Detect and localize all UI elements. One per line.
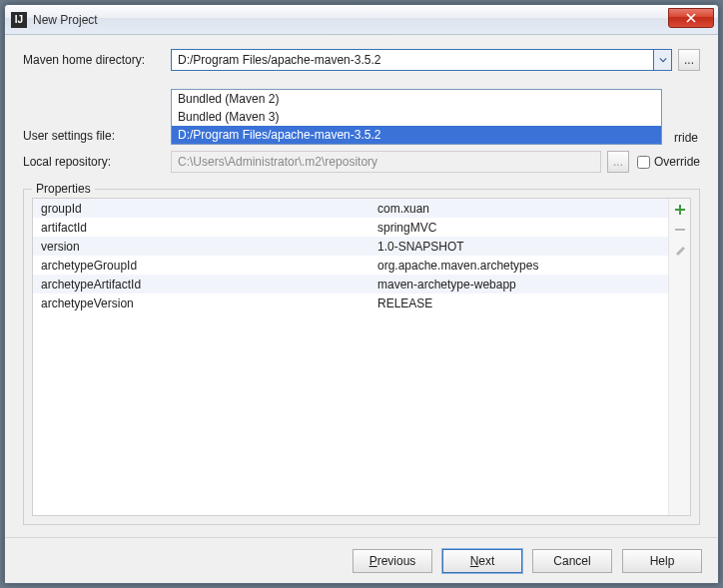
table-row[interactable]: archetypeVersionRELEASE	[33, 294, 668, 312]
table-row[interactable]: archetypeGroupIdorg.apache.maven.archety…	[33, 256, 668, 275]
maven-home-label: Maven home directory:	[23, 53, 171, 67]
cancel-button[interactable]: Cancel	[532, 549, 612, 573]
window-title: New Project	[33, 13, 98, 27]
maven-home-browse-button[interactable]: ...	[678, 49, 700, 71]
override-checkbox-input[interactable]	[637, 156, 650, 169]
override-label: Override	[654, 155, 700, 169]
table-row[interactable]: version1.0-SNAPSHOT	[33, 237, 668, 256]
local-repo-browse-button[interactable]: ...	[607, 151, 629, 173]
maven-home-row: Maven home directory: D:/Program Files/a…	[23, 49, 700, 71]
dropdown-item[interactable]: D:/Program Files/apache-maven-3.5.2	[172, 126, 661, 144]
local-repo-label: Local repository:	[23, 155, 171, 169]
local-repo-row: Local repository: C:\Users\Administrator…	[23, 151, 700, 173]
close-button[interactable]	[668, 8, 714, 28]
table-row[interactable]: groupIdcom.xuan	[33, 199, 668, 218]
properties-group-label: Properties	[32, 182, 95, 196]
override-label-partial: rride	[674, 131, 698, 145]
titlebar[interactable]: IJ New Project	[5, 5, 718, 35]
chevron-down-icon[interactable]	[653, 50, 671, 70]
next-button[interactable]: Next	[442, 549, 522, 573]
local-repo-input: C:\Users\Administrator\.m2\repository	[171, 151, 601, 173]
properties-table-container: groupIdcom.xuan artifactIdspringMVC vers…	[32, 198, 691, 516]
app-icon: IJ	[11, 12, 27, 28]
properties-toolbar	[668, 199, 690, 515]
user-settings-label: User settings file:	[23, 129, 171, 143]
new-project-dialog: IJ New Project Maven home directory: D:/…	[4, 4, 719, 584]
previous-button[interactable]: Previous	[353, 549, 432, 573]
local-repo-override-checkbox[interactable]: Override	[637, 155, 700, 169]
maven-home-combobox[interactable]: D:/Program Files/apache-maven-3.5.2	[171, 49, 672, 71]
footer: Previous Next Cancel Help	[5, 537, 718, 583]
properties-table[interactable]: groupIdcom.xuan artifactIdspringMVC vers…	[33, 199, 668, 515]
dropdown-item[interactable]: Bundled (Maven 2)	[172, 90, 661, 108]
maven-home-dropdown[interactable]: Bundled (Maven 2) Bundled (Maven 3) D:/P…	[171, 89, 662, 145]
add-icon[interactable]	[673, 203, 687, 217]
remove-icon[interactable]	[673, 223, 687, 237]
help-button[interactable]: Help	[622, 549, 702, 573]
table-row[interactable]: artifactIdspringMVC	[33, 218, 668, 237]
properties-group: Properties groupIdcom.xuan artifactIdspr…	[23, 189, 700, 525]
maven-home-value: D:/Program Files/apache-maven-3.5.2	[178, 53, 380, 67]
edit-icon[interactable]	[673, 243, 687, 257]
dropdown-item[interactable]: Bundled (Maven 3)	[172, 108, 661, 126]
table-row[interactable]: archetypeArtifactIdmaven-archetype-webap…	[33, 275, 668, 294]
content-area: Maven home directory: D:/Program Files/a…	[5, 35, 718, 537]
